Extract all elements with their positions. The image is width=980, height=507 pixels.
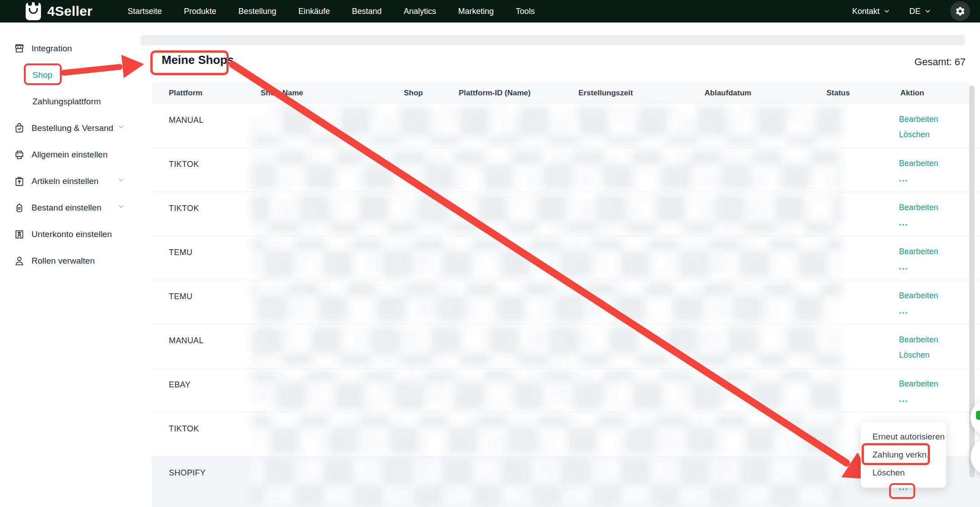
nav-item-tools[interactable]: Tools	[516, 7, 535, 16]
annotation-box-zahlung-verkn	[862, 443, 930, 465]
nav-item-startseite[interactable]: Startseite	[128, 7, 162, 16]
sidebar-item-label: Zahlungsplattform	[32, 97, 101, 107]
table-row-tiktok-8: TIKTOKBearbeiten...	[152, 413, 980, 457]
action-cell: Bearbeiten...	[899, 203, 938, 228]
contact-dropdown[interactable]: Kontakt	[852, 7, 890, 16]
action-link-more[interactable]: ...	[899, 306, 938, 316]
sidebar-item-label: Bestellung & Versand	[32, 123, 113, 133]
platform-cell: SHOPIFY	[169, 468, 206, 478]
action-link-bearbeiten[interactable]: Bearbeiten	[899, 159, 938, 168]
contact-label: Kontakt	[852, 7, 880, 16]
table-row-manual-1: MANUALBearbeitenLöschen	[152, 104, 980, 148]
chevron-down-icon	[117, 123, 125, 133]
settings-button[interactable]	[950, 1, 970, 21]
action-link-bearbeiten[interactable]: Bearbeiten	[899, 291, 938, 301]
action-link-bearbeiten[interactable]: Bearbeiten	[899, 335, 938, 345]
chevron-down-icon	[117, 202, 125, 213]
nav-item-produkte[interactable]: Produkte	[184, 7, 217, 16]
nav-item-analytics[interactable]: Analytics	[404, 7, 436, 16]
table-row-manual-6: MANUALBearbeitenLöschen	[152, 324, 980, 368]
column-header-ablaufdatum: Ablaufdatum	[705, 82, 751, 104]
action-link-bearbeiten[interactable]: Bearbeiten	[899, 379, 938, 389]
box-arrow-up-icon	[14, 175, 25, 187]
user-icon	[14, 255, 25, 267]
sidebar-item-label: Integration	[32, 44, 72, 54]
platform-cell: TIKTOK	[169, 424, 199, 434]
annotation-box-shop	[24, 63, 62, 85]
chevron-down-icon	[117, 202, 125, 211]
brand-name: 4Seller	[47, 4, 93, 19]
action-cell: Bearbeiten...	[899, 379, 938, 404]
gear-icon	[955, 6, 966, 17]
action-link-löschen[interactable]: Löschen	[899, 350, 938, 360]
sidebar-item-zahlungsplattform[interactable]: Zahlungsplattform	[0, 88, 140, 115]
chevron-down-icon	[883, 8, 890, 15]
sidebar-item-unterkonto-einstellen[interactable]: Unterkonto einstellen	[0, 221, 140, 247]
action-link-more[interactable]: ...	[899, 262, 938, 272]
annotation-box-meine-shops	[150, 50, 229, 75]
action-cell: BearbeitenLöschen	[899, 335, 938, 360]
chevron-down-icon	[924, 8, 931, 15]
column-header-aktion: Aktion	[900, 82, 924, 104]
action-link-löschen[interactable]: Löschen	[899, 130, 938, 139]
printer-icon	[14, 149, 25, 161]
nav-item-marketing[interactable]: Marketing	[458, 7, 494, 16]
pouch-icon	[14, 202, 25, 214]
action-cell: Bearbeiten...	[899, 291, 938, 316]
4seller-logo-icon	[26, 2, 41, 20]
annotation-box-more-dots	[889, 483, 915, 499]
platform-cell: TEMU	[169, 292, 193, 301]
sidebar-item-label: Artikeln einstellen	[32, 176, 99, 186]
platform-cell: EBAY	[169, 380, 190, 390]
nav-item-bestellung[interactable]: Bestellung	[239, 7, 276, 16]
table-row-tiktok-3: TIKTOKBearbeiten...	[152, 192, 980, 236]
language-dropdown[interactable]: DE	[909, 7, 931, 16]
platform-cell: MANUAL	[169, 336, 203, 345]
total-count: Gesamt: 67	[914, 56, 966, 68]
sidebar-item-allgemein-einstellen[interactable]: Allgemein einstellen	[0, 141, 140, 168]
id-card-icon	[14, 229, 25, 240]
redacted-cells	[252, 283, 842, 322]
redacted-cells	[252, 327, 842, 366]
action-link-bearbeiten[interactable]: Bearbeiten	[899, 247, 938, 256]
action-link-more[interactable]: ...	[899, 174, 938, 184]
platform-cell: MANUAL	[169, 116, 203, 125]
brand[interactable]: 4Seller	[0, 2, 93, 20]
table-row-tiktok-2: TIKTOKBearbeiten...	[152, 148, 980, 192]
sidebar-item-rollen-verwalten[interactable]: Rollen verwalten	[0, 247, 140, 274]
action-link-more[interactable]: ...	[899, 218, 938, 228]
sidebar-item-bestellung-versand[interactable]: Bestellung & Versand	[0, 115, 140, 141]
printer-icon	[14, 149, 25, 161]
chevron-down-icon	[117, 176, 125, 184]
action-link-bearbeiten[interactable]: Bearbeiten	[899, 115, 938, 124]
column-header-status: Status	[826, 82, 850, 104]
redacted-cells	[252, 194, 842, 233]
platform-cell: TIKTOK	[169, 204, 199, 213]
column-header-erstellungszeit: Erstellungszeit	[578, 82, 633, 104]
action-cell: Bearbeiten...	[899, 159, 938, 184]
language-label: DE	[909, 7, 921, 16]
sidebar-item-bestand-einstellen[interactable]: Bestand einstellen	[0, 194, 140, 221]
nav-menu: StartseiteProdukteBestellungEinkäufeBest…	[93, 7, 535, 16]
action-link-more[interactable]: ...	[899, 395, 938, 404]
sidebar-item-artikeln-einstellen[interactable]: Artikeln einstellen	[0, 168, 140, 194]
box-arrow-up-icon	[14, 175, 25, 187]
action-link-bearbeiten[interactable]: Bearbeiten	[899, 203, 938, 212]
platform-cell: TIKTOK	[169, 160, 199, 169]
popup-item-löschen[interactable]: Löschen	[861, 464, 946, 482]
redacted-cells	[252, 415, 842, 454]
table-row-ebay-7: EBAYBearbeiten...	[152, 368, 980, 413]
sidebar-item-label: Allgemein einstellen	[32, 150, 108, 160]
action-cell: BearbeitenLöschen	[899, 115, 938, 139]
redacted-cells	[252, 150, 842, 189]
store-icon	[14, 43, 25, 54]
action-cell: Bearbeiten...	[899, 247, 938, 272]
green-app-icon	[976, 411, 980, 420]
page-background-gap	[140, 35, 965, 45]
chevron-down-icon	[117, 176, 125, 186]
nav-item-einkäufe[interactable]: Einkäufe	[298, 7, 330, 16]
main-nav: 4Seller StartseiteProdukteBestellungEink…	[0, 0, 980, 22]
pouch-icon	[14, 202, 25, 214]
nav-item-bestand[interactable]: Bestand	[352, 7, 382, 16]
chevron-down-icon	[117, 123, 125, 131]
